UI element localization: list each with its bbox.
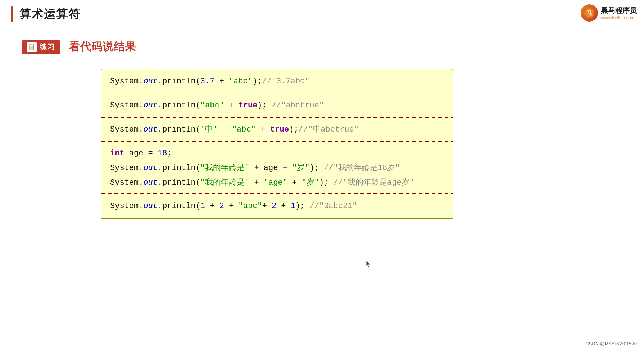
logo-icon: 马 — [581, 4, 598, 22]
code-line-4a: int age = 18; — [110, 147, 444, 160]
code-block-2: System.out.println("abc" + true); //"abc… — [101, 93, 453, 118]
code-line-3: System.out.println('中' + "abc" + true);/… — [110, 123, 444, 136]
practice-badge: 📋 练习 — [22, 40, 60, 54]
footer-text: CSDN @MAYDAY01520 — [585, 341, 637, 346]
code-container: System.out.println(3.7 + "abc");//"3.7ab… — [101, 69, 453, 219]
header: 算术运算符 — [0, 0, 644, 29]
code-line-4c: System.out.println("我的年龄是" + "age" + "岁"… — [110, 176, 444, 189]
code-line-4b: System.out.println("我的年龄是" + age + "岁");… — [110, 162, 444, 174]
page-title: 算术运算符 — [19, 6, 81, 22]
logo-text-area: 黑马程序员 www.itheima.com — [601, 6, 637, 20]
code-line-5: System.out.println(1 + 2 + "abc"+ 2 + 1)… — [110, 200, 444, 212]
code-block-5: System.out.println(1 + 2 + "abc"+ 2 + 1)… — [101, 194, 453, 218]
logo-area: 马 黑马程序员 www.itheima.com — [581, 4, 637, 22]
code-line-2: System.out.println("abc" + true); //"abc… — [110, 99, 444, 112]
practice-section: 📋 练习 看代码说结果 — [0, 29, 644, 61]
header-accent-bar — [11, 6, 13, 22]
practice-badge-text: 练习 — [40, 42, 55, 52]
code-block-4: int age = 18; System.out.println("我的年龄是"… — [101, 142, 453, 194]
cursor-indicator — [366, 260, 368, 267]
logo-sub-text: www.itheima.com — [601, 15, 637, 20]
logo-main-text: 黑马程序员 — [601, 6, 637, 15]
practice-title: 看代码说结果 — [69, 40, 136, 54]
practice-badge-icon: 📋 — [27, 42, 37, 52]
footer: CSDN @MAYDAY01520 — [585, 341, 637, 346]
svg-marker-2 — [366, 260, 371, 268]
svg-text:马: 马 — [586, 10, 592, 16]
code-block-1: System.out.println(3.7 + "abc");//"3.7ab… — [101, 69, 453, 93]
code-block-3: System.out.println('中' + "abc" + true);/… — [101, 118, 453, 142]
code-line-1: System.out.println(3.7 + "abc");//"3.7ab… — [110, 75, 444, 88]
